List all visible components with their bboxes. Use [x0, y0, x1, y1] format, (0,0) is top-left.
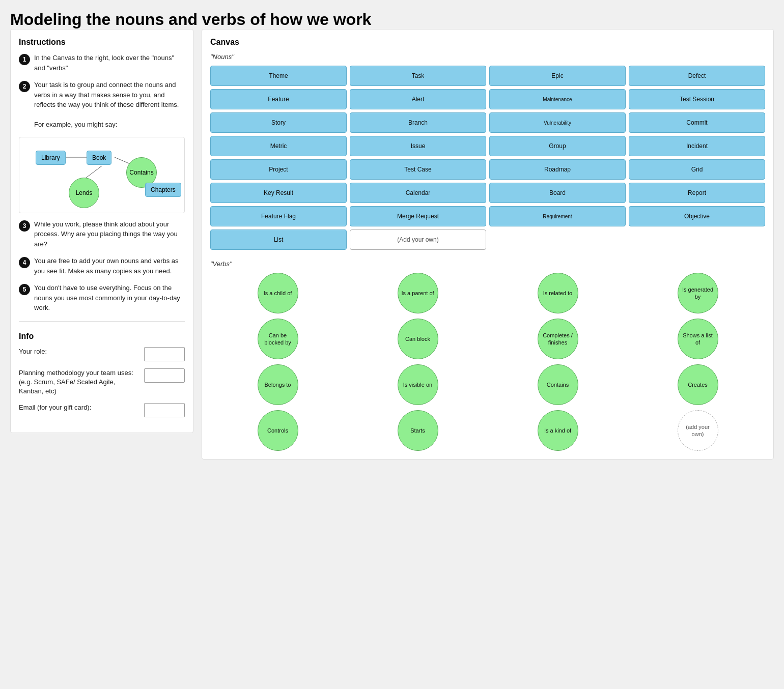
step-5-text: You don't have to use everything. Focus …	[34, 283, 185, 313]
step-2-number: 2	[19, 81, 30, 92]
email-label: Email (for your gift card):	[19, 403, 138, 412]
verb-circle-1[interactable]: Is a parent of	[398, 273, 438, 313]
separator-1	[19, 321, 185, 322]
verb-circle-8[interactable]: Belongs to	[258, 364, 298, 405]
noun-card-22[interactable]: Board	[489, 183, 626, 203]
instruction-3: 3 While you work, please think aloud abo…	[19, 219, 185, 249]
verb-circle-9[interactable]: Is visible on	[398, 364, 438, 405]
noun-card-13[interactable]: Issue	[350, 136, 486, 156]
verb-circle-2[interactable]: Is related to	[538, 273, 578, 313]
noun-card-3[interactable]: Defect	[629, 66, 765, 86]
left-panel: Instructions 1 In the Canvas to the righ…	[10, 29, 193, 433]
email-input[interactable]	[144, 403, 185, 417]
noun-card-16[interactable]: Project	[210, 159, 347, 180]
verb-circle-0[interactable]: Is a child of	[258, 273, 298, 313]
noun-card-1[interactable]: Task	[350, 66, 486, 86]
noun-card-27[interactable]: Objective	[629, 206, 765, 226]
instruction-2: 2 Your task is to group and connect the …	[19, 80, 185, 130]
page-title: Modeling the nouns and verbs of how we w…	[10, 10, 774, 29]
canvas-title: Canvas	[210, 38, 765, 47]
main-layout: Instructions 1 In the Canvas to the righ…	[10, 29, 774, 460]
step-4-number: 4	[19, 257, 30, 268]
noun-card-25[interactable]: Merge Request	[350, 206, 486, 226]
noun-card-24[interactable]: Feature Flag	[210, 206, 347, 226]
verb-circle-3[interactable]: Is generated by	[678, 273, 718, 313]
verb-circle-7[interactable]: Shows a list of	[678, 319, 718, 359]
instruction-4: 4 You are free to add your own nouns and…	[19, 256, 185, 276]
nouns-label: "Nouns"	[210, 53, 765, 61]
step-3-text: While you work, please think aloud about…	[34, 219, 185, 249]
verbs-grid: Is a child ofIs a parent ofIs related to…	[210, 273, 765, 451]
diagram-chapters: Chapters	[145, 183, 181, 197]
noun-card-29[interactable]: (Add your own)	[350, 229, 486, 250]
noun-card-0[interactable]: Theme	[210, 66, 347, 86]
example-diagram: Library Book Contains Lends Chapters	[19, 137, 185, 213]
instruction-1: 1 In the Canvas to the right, look over …	[19, 53, 185, 73]
verb-circle-14[interactable]: Is a kind of	[538, 410, 578, 451]
instruction-5: 5 You don't have to use everything. Focu…	[19, 283, 185, 313]
instructions-title: Instructions	[19, 38, 185, 47]
verb-circle-4[interactable]: Can be blocked by	[258, 319, 298, 359]
diagram-lends: Lends	[69, 178, 99, 208]
nouns-grid: ThemeTaskEpicDefectFeatureAlertMaintenan…	[210, 66, 765, 250]
info-role-row: Your role:	[19, 347, 185, 361]
step-1-number: 1	[19, 54, 30, 65]
step-2-text: Your task is to group and connect the no…	[34, 80, 185, 130]
noun-card-26[interactable]: Requirement	[489, 206, 626, 226]
noun-card-9[interactable]: Branch	[350, 112, 486, 133]
role-label: Your role:	[19, 347, 138, 356]
verb-circle-6[interactable]: Completes / finishes	[538, 319, 578, 359]
noun-card-14[interactable]: Group	[489, 136, 626, 156]
step-3-number: 3	[19, 220, 30, 232]
methodology-input[interactable]	[144, 368, 185, 383]
info-title: Info	[19, 332, 185, 341]
noun-card-5[interactable]: Alert	[350, 89, 486, 109]
noun-card-2[interactable]: Epic	[489, 66, 626, 86]
info-section: Info Your role: Planning methodology you…	[19, 332, 185, 418]
verb-circle-13[interactable]: Starts	[398, 410, 438, 451]
noun-card-10[interactable]: Vulnerability	[489, 112, 626, 133]
noun-card-21[interactable]: Calendar	[350, 183, 486, 203]
verb-circle-11[interactable]: Creates	[678, 364, 718, 405]
role-input[interactable]	[144, 347, 185, 361]
diagram-book: Book	[87, 151, 111, 165]
diagram-inner: Library Book Contains Lends Chapters	[31, 145, 173, 206]
noun-card-18[interactable]: Roadmap	[489, 159, 626, 180]
noun-card-8[interactable]: Story	[210, 112, 347, 133]
noun-card-12[interactable]: Metric	[210, 136, 347, 156]
example-label: For example, you might say:	[34, 121, 117, 128]
noun-card-6[interactable]: Maintenance	[489, 89, 626, 109]
verb-circle-10[interactable]: Contains	[538, 364, 578, 405]
noun-card-11[interactable]: Commit	[629, 112, 765, 133]
verb-circle-15[interactable]: (add your own)	[678, 410, 718, 451]
noun-card-4[interactable]: Feature	[210, 89, 347, 109]
canvas-panel: Canvas "Nouns" ThemeTaskEpicDefectFeatur…	[202, 29, 774, 460]
noun-card-7[interactable]: Test Session	[629, 89, 765, 109]
step-4-text: You are free to add your own nouns and v…	[34, 256, 185, 276]
methodology-label: Planning methodology your team uses: (e.…	[19, 368, 138, 396]
step-5-number: 5	[19, 284, 30, 295]
noun-card-20[interactable]: Key Result	[210, 183, 347, 203]
info-email-row: Email (for your gift card):	[19, 403, 185, 417]
diagram-library: Library	[36, 151, 66, 165]
noun-card-19[interactable]: Grid	[629, 159, 765, 180]
verbs-label: "Verbs"	[210, 260, 765, 268]
verb-circle-5[interactable]: Can block	[398, 319, 438, 359]
verb-circle-12[interactable]: Controls	[258, 410, 298, 451]
noun-card-23[interactable]: Report	[629, 183, 765, 203]
noun-card-28[interactable]: List	[210, 229, 347, 250]
noun-card-15[interactable]: Incident	[629, 136, 765, 156]
step-1-text: In the Canvas to the right, look over th…	[34, 53, 185, 73]
info-methodology-row: Planning methodology your team uses: (e.…	[19, 368, 185, 396]
noun-card-17[interactable]: Test Case	[350, 159, 486, 180]
